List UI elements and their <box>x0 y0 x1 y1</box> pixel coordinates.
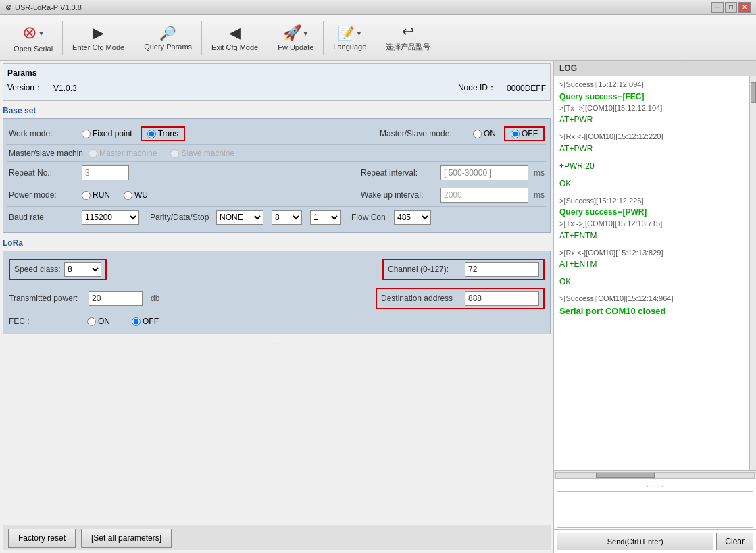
log-entry-8: OK <box>559 178 744 190</box>
open-serial-button[interactable]: ⊗ ▼ Open Serial <box>5 18 61 58</box>
query-params-button[interactable]: 🔎 Query Params <box>136 18 200 58</box>
minimize-button[interactable]: ─ <box>711 2 724 13</box>
master-machine-option[interactable]: Master machine <box>89 149 157 158</box>
tx-power-input[interactable] <box>89 291 143 306</box>
log-hscroll-thumb[interactable] <box>596 473 655 478</box>
slave-mode-off-radio[interactable] <box>511 130 520 138</box>
log-entry-4: AT+PWR <box>559 113 744 126</box>
wakeup-interval-input[interactable] <box>440 188 528 203</box>
separator-1 <box>62 21 63 55</box>
speed-class-select[interactable]: 8 7 6 5 <box>64 262 101 277</box>
enter-cfg-icon: ▶ <box>93 24 104 42</box>
separator-6 <box>376 21 376 55</box>
dest-address-label: Destination address <box>381 294 462 303</box>
dest-address-input[interactable] <box>465 291 539 306</box>
tx-power-label: Transmitted power: <box>9 294 83 303</box>
log-textarea[interactable] <box>557 492 753 527</box>
log-entry-14: AT+ENTM <box>559 258 744 270</box>
speed-channel-row: Speed class: 8 7 6 5 Channel (0-127): <box>7 255 546 284</box>
product-type-label: 选择产品型号 <box>386 42 430 52</box>
fec-on-radio[interactable] <box>87 317 96 326</box>
exit-cfg-button[interactable]: ◀ Exit Cfg Mode <box>203 18 266 58</box>
power-mode-row: Power mode: RUN WU Wake up interval: ms <box>7 184 546 207</box>
set-all-params-button[interactable]: [Set all parameters] <box>81 529 172 548</box>
parity-label: Parity/Data/Stop <box>150 213 211 222</box>
log-entry-6: AT+PWR <box>559 142 744 155</box>
parity-select[interactable]: NONE ODD EVEN <box>216 210 263 225</box>
slave-machine-label: Slave machine <box>181 149 234 158</box>
product-type-button[interactable]: ↩ 选择产品型号 <box>378 18 438 58</box>
slave-mode-off-option[interactable]: OFF <box>511 129 538 138</box>
fec-row: FEC : ON OFF <box>7 313 546 330</box>
log-input-area[interactable] <box>557 491 753 528</box>
bottom-bar: Factory reset [Set all parameters] <box>3 525 551 550</box>
master-machine-radio[interactable] <box>89 149 97 158</box>
slave-mode-on-label: ON <box>484 129 496 138</box>
log-entry-3: >[Tx ->][COM10][15:12:12:104] <box>559 103 744 114</box>
factory-reset-button[interactable]: Factory reset <box>8 529 76 548</box>
run-radio[interactable] <box>82 191 91 200</box>
trans-radio[interactable] <box>147 130 156 138</box>
product-type-icon: ↩ <box>402 23 414 41</box>
enter-cfg-button[interactable]: ▶ Enter Cfg Mode <box>64 18 132 58</box>
version-label: Version： <box>7 82 43 94</box>
log-content: >[Success][15:12:12:094] Query success--… <box>554 76 749 470</box>
lora-panel: Speed class: 8 7 6 5 Channel (0-127): <box>3 251 551 334</box>
run-option[interactable]: RUN <box>82 190 110 200</box>
log-scroll-thumb[interactable] <box>751 82 756 103</box>
fec-off-radio[interactable] <box>132 317 141 326</box>
fixed-point-option[interactable]: Fixed point <box>82 129 132 138</box>
slave-mode-on-radio[interactable] <box>473 130 482 138</box>
language-button[interactable]: 📝 ▼ Language <box>325 18 374 58</box>
tx-power-unit: db <box>151 294 159 303</box>
baud-rate-label: Baud rate <box>9 213 76 222</box>
channel-label: Channel (0-127): <box>388 265 462 274</box>
lora-header: LoRa <box>3 237 551 249</box>
wu-label: WU <box>134 190 148 200</box>
close-button[interactable]: ✕ <box>738 2 751 13</box>
wu-option[interactable]: WU <box>124 190 148 200</box>
fixed-point-radio[interactable] <box>82 130 91 138</box>
repeat-interval-input[interactable] <box>440 165 528 180</box>
send-button[interactable]: Send(Ctrl+Enter) <box>557 533 713 550</box>
log-scrollbar[interactable] <box>749 76 756 470</box>
separator-5 <box>323 21 324 55</box>
fw-update-button[interactable]: 🚀 ▼ Fw Update <box>270 18 322 58</box>
fec-on-option[interactable]: ON <box>87 317 110 326</box>
channel-input[interactable] <box>465 262 539 277</box>
open-serial-label: Open Serial <box>14 45 53 53</box>
fec-off-option[interactable]: OFF <box>132 317 159 326</box>
data-bits-select[interactable]: 8 7 <box>272 210 302 225</box>
slave-machine-option[interactable]: Slave machine <box>170 149 234 158</box>
base-set-header: Base set <box>3 105 551 117</box>
log-entry-5: >[Rx <-][COM10][15:12:12:220] <box>559 131 744 142</box>
clear-button[interactable]: Clear <box>716 533 753 550</box>
fw-update-arrow[interactable]: ▼ <box>303 30 309 37</box>
language-label: Language <box>333 43 366 51</box>
left-panel: Params Version： V1.0.3 Node ID： 0000DEFF… <box>0 61 553 553</box>
query-params-label: Query Params <box>144 43 192 51</box>
trans-label: Trans <box>158 129 178 138</box>
base-settings-panel: Work mode: Fixed point Trans Master/Slav… <box>3 118 551 233</box>
window-controls[interactable]: ─ □ ✕ <box>711 2 751 13</box>
repeat-no-input[interactable] <box>82 165 129 180</box>
stop-bits-select[interactable]: 1 2 <box>310 210 341 225</box>
baud-rate-select[interactable]: 115200 9600 19200 38400 57600 <box>82 210 139 225</box>
fixed-point-label: Fixed point <box>93 129 132 138</box>
trans-option[interactable]: Trans <box>147 129 178 138</box>
language-arrow[interactable]: ▼ <box>356 30 362 37</box>
flow-control-select[interactable]: 485 None RTS/CTS <box>394 210 431 225</box>
log-hscrollbar <box>554 470 756 479</box>
slave-mode-on-option[interactable]: ON <box>473 129 496 138</box>
open-serial-arrow[interactable]: ▼ <box>39 30 45 37</box>
wu-radio[interactable] <box>124 191 132 200</box>
language-icon: 📝 <box>338 25 355 41</box>
log-entry-11: >[Tx ->][COM10][15:12:13:715] <box>559 218 744 230</box>
slave-machine-radio[interactable] <box>170 149 179 158</box>
wakeup-interval-label: Wake up interval: <box>361 190 435 200</box>
master-slave-mode-label: Master/Slave mode: <box>380 129 468 138</box>
maximize-button[interactable]: □ <box>725 2 737 13</box>
title-bar: ⊗ USR-LoRa-P V1.0.8 ─ □ ✕ <box>0 0 756 15</box>
log-entry-7: +PWR:20 <box>559 160 744 172</box>
fec-on-label: ON <box>98 317 110 326</box>
